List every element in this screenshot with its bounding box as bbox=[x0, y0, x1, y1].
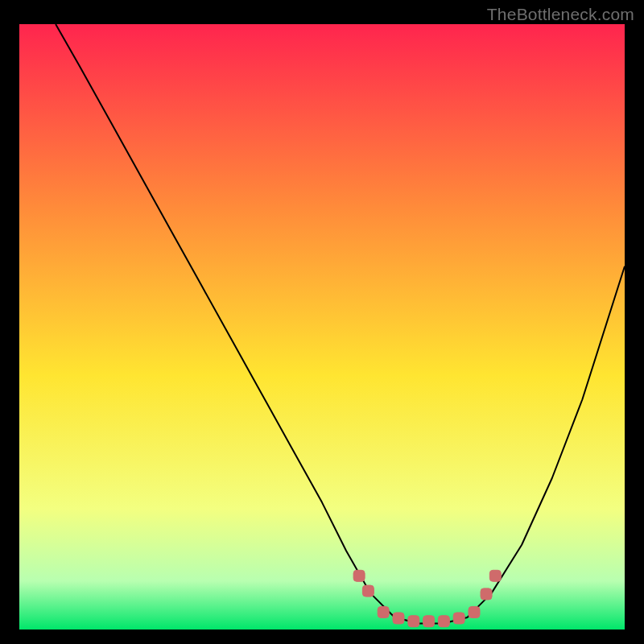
curve-marker bbox=[378, 606, 389, 617]
curve-marker bbox=[489, 570, 501, 581]
chart-frame bbox=[16, 21, 628, 633]
plot-area bbox=[19, 24, 625, 630]
plot-svg bbox=[19, 24, 625, 630]
curve-marker bbox=[362, 585, 374, 597]
curve-marker bbox=[393, 613, 404, 624]
curve-marker bbox=[423, 616, 435, 627]
gradient-background bbox=[19, 24, 625, 630]
curve-marker bbox=[353, 570, 365, 581]
curve-marker bbox=[469, 606, 480, 617]
watermark-text: TheBottleneck.com bbox=[487, 5, 634, 24]
curve-marker bbox=[453, 613, 464, 624]
curve-marker bbox=[481, 588, 492, 600]
curve-marker bbox=[438, 616, 449, 627]
curve-marker bbox=[408, 616, 419, 627]
